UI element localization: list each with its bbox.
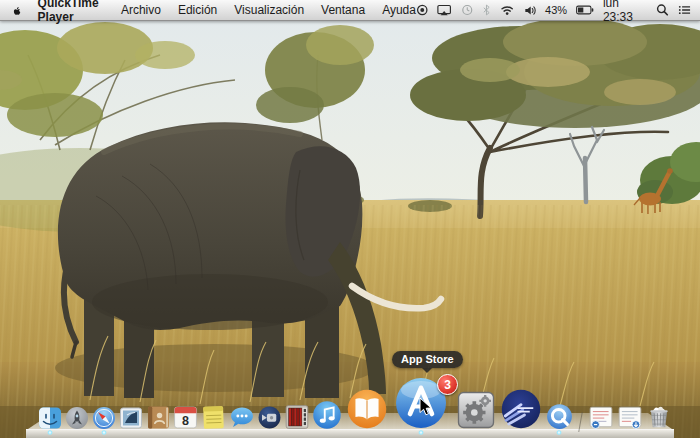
safari-icon bbox=[92, 406, 116, 430]
ibooks-icon bbox=[346, 388, 388, 430]
dock-item-mail[interactable] bbox=[119, 406, 143, 430]
dock-item-safari[interactable] bbox=[92, 406, 116, 430]
dock-item-downloads-stack[interactable] bbox=[617, 404, 643, 430]
dock-item-itunes[interactable] bbox=[312, 400, 342, 430]
apple-icon[interactable] bbox=[12, 3, 21, 18]
record-icon[interactable] bbox=[416, 3, 429, 17]
dock-item-eclipse[interactable] bbox=[500, 388, 542, 430]
menu-ayuda[interactable]: Ayuda bbox=[382, 3, 416, 17]
airplay-display-icon[interactable] bbox=[437, 3, 451, 17]
active-app-menu[interactable]: QuickTime Player bbox=[38, 0, 104, 24]
documents-stack-icon bbox=[588, 404, 614, 430]
finder-icon bbox=[38, 406, 62, 430]
dock-item-photo-booth[interactable] bbox=[284, 404, 310, 430]
mouse-cursor bbox=[419, 397, 433, 417]
running-indicator-app-store bbox=[418, 430, 424, 435]
dock-item-launchpad[interactable] bbox=[65, 406, 89, 430]
photo-booth-icon bbox=[284, 404, 310, 430]
dock-tooltip: App Store bbox=[392, 351, 463, 368]
notes-icon bbox=[201, 405, 226, 430]
itunes-icon bbox=[312, 400, 342, 430]
running-indicator-safari bbox=[101, 430, 107, 435]
app-store-badge: 3 bbox=[437, 374, 458, 395]
dock-item-ibooks[interactable] bbox=[346, 388, 388, 430]
notification-center-icon[interactable] bbox=[678, 4, 691, 16]
eclipse-icon bbox=[500, 388, 542, 430]
messages-icon bbox=[229, 405, 255, 430]
menu-ventana[interactable]: Ventana bbox=[321, 3, 365, 17]
dock-item-quicktime-player[interactable] bbox=[546, 403, 573, 430]
dock-item-calendar[interactable]: 8 bbox=[173, 405, 198, 430]
mail-icon bbox=[119, 406, 143, 430]
dock-item-trash[interactable] bbox=[646, 403, 672, 430]
menu-archivo[interactable]: Archivo bbox=[121, 3, 161, 17]
time-machine-icon[interactable] bbox=[461, 3, 474, 17]
dock-item-messages[interactable] bbox=[229, 405, 255, 430]
downloads-stack-icon bbox=[617, 404, 643, 430]
spotlight-icon[interactable] bbox=[656, 3, 669, 17]
trash-icon bbox=[646, 403, 672, 430]
bluetooth-icon[interactable] bbox=[482, 3, 491, 17]
dock-item-documents-stack[interactable] bbox=[588, 404, 614, 430]
menu-bar: QuickTime Player Archivo Edición Visuali… bbox=[0, 0, 700, 21]
volume-icon[interactable] bbox=[524, 4, 537, 17]
system-preferences-icon bbox=[456, 390, 496, 430]
dock-item-finder[interactable] bbox=[38, 406, 62, 430]
facetime-icon bbox=[257, 405, 282, 430]
calendar-icon: 8 bbox=[173, 405, 198, 430]
battery-percent: 43% bbox=[545, 4, 567, 16]
calendar-day: 8 bbox=[182, 414, 189, 428]
dock-item-facetime[interactable] bbox=[257, 405, 282, 430]
menu-visualizacion[interactable]: Visualización bbox=[234, 3, 304, 17]
running-indicator-finder bbox=[47, 430, 53, 435]
contacts-icon bbox=[146, 405, 171, 430]
dock-item-notes[interactable] bbox=[201, 405, 226, 430]
quicktime-icon bbox=[546, 403, 573, 430]
dock-item-system-preferences[interactable] bbox=[456, 390, 496, 430]
battery-icon[interactable] bbox=[576, 4, 594, 16]
desktop-wallpaper bbox=[0, 0, 700, 438]
menu-clock[interactable]: lun 23:33 bbox=[603, 0, 647, 24]
dock-shelf-front bbox=[26, 429, 674, 438]
launchpad-icon bbox=[65, 406, 89, 430]
wifi-icon[interactable] bbox=[500, 4, 514, 16]
dock-item-contacts[interactable] bbox=[146, 405, 171, 430]
menu-edicion[interactable]: Edición bbox=[178, 3, 217, 17]
running-indicator-quicktime bbox=[556, 430, 562, 435]
